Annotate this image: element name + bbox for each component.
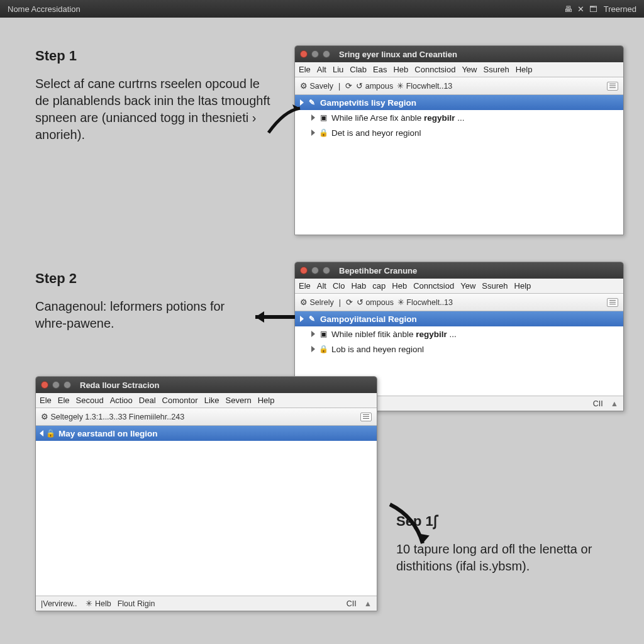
status-item: CII [347, 599, 357, 608]
topbar-icon-tools[interactable]: ✕ [577, 4, 584, 14]
step-3-body: 10 tapure long ard ofl the lenetta or di… [396, 541, 610, 575]
expand-icon[interactable] [311, 346, 315, 352]
toolbar-item[interactable]: ⚙ Seltegely 1.3:1...3..33 Finemiilehr..2… [41, 412, 184, 421]
menu-item[interactable]: Help [514, 281, 531, 291]
menu-item[interactable]: Alt [317, 65, 326, 74]
status-item[interactable]: |Vervirew.. [41, 599, 77, 608]
win2-menubar[interactable]: Ele Alt Clo Hab cap Heb Connctsiod Yew S… [295, 279, 623, 294]
toolbar-item[interactable]: ✳ Flocwhelt..13 [397, 297, 453, 307]
tree-row-label: Lob is and heyen regionl [331, 345, 424, 354]
win3-menubar[interactable]: Ele Ele Secoud Actioo Deal Comontor Like… [36, 393, 377, 408]
maximize-icon[interactable] [64, 381, 71, 389]
lock-icon: 🔒 [46, 429, 55, 438]
win2-toolbar[interactable]: ⚙ Selrely | ⟳ ↺ ompous ✳ Flocwhelt..13 [295, 294, 623, 311]
tree-row[interactable]: 🔒 Det is and heyor regionl [295, 125, 623, 140]
maximize-icon[interactable] [323, 50, 330, 58]
collapse-icon[interactable]: ▲ [611, 399, 618, 408]
menu-item[interactable]: cap [372, 281, 386, 291]
win1-content: ✎ Gampetvitis lisy Region ▣ While liñe A… [295, 95, 623, 235]
menu-icon[interactable] [360, 413, 372, 421]
menu-item[interactable]: Ele [299, 281, 311, 291]
menu-item[interactable]: Comontor [162, 396, 198, 405]
menu-item[interactable]: Connctsiod [414, 65, 455, 74]
menu-item[interactable]: Liu [333, 65, 343, 74]
menu-item[interactable]: Clo [333, 281, 345, 291]
expand-icon[interactable] [300, 99, 304, 106]
close-icon[interactable] [300, 267, 308, 274]
menu-item[interactable]: Help [258, 396, 275, 405]
menu-icon[interactable] [607, 298, 618, 307]
close-icon[interactable] [300, 50, 308, 58]
expand-icon[interactable] [311, 130, 315, 136]
menu-item[interactable]: Alt [317, 281, 326, 291]
win3-titlebar[interactable]: Reda llour Sctracion [36, 377, 377, 393]
menu-item[interactable]: Ele [299, 65, 311, 74]
tree-row-label: While niblef fitik ànble regybilr ... [331, 330, 457, 339]
back-icon[interactable] [40, 430, 43, 436]
tree-row-selected[interactable]: 🔒 May earstandl on Ilegion [36, 426, 377, 441]
topbar-icon-panel[interactable]: 🗔 [589, 4, 597, 14]
expand-icon[interactable] [300, 316, 304, 322]
toolbar-item[interactable]: ↺ ampous [356, 81, 393, 91]
win1-toolbar[interactable]: ⚙ Savely | ⟳ ↺ ampous ✳ Flocwhelt..13 [295, 77, 623, 95]
menu-item[interactable]: Severn [226, 396, 252, 405]
step-2-heading: Step 2 [35, 270, 243, 287]
tree-row-label: May earstandl on Ilegion [58, 429, 158, 438]
toolbar-item[interactable]: ⚙ Savely [300, 81, 333, 91]
menu-item[interactable]: Actioo [110, 396, 133, 405]
tree-row[interactable]: ▣ While niblef fitik ànble regybilr ... [295, 326, 623, 341]
win3-title: Reda llour Sctracion [80, 380, 159, 390]
toolbar-item[interactable]: ⟳ [345, 81, 352, 91]
tree-row-label: While liñe Arse fix ànble regybilr ... [331, 113, 465, 123]
toolbar-item[interactable]: ✳ Flocwhelt..13 [397, 81, 452, 91]
win1-menubar[interactable]: Ele Alt Liu Clab Eas Heb Connctsiod Yew … [295, 62, 623, 77]
menu-item[interactable]: Ssureh [484, 65, 509, 74]
menu-item[interactable]: Deal [139, 396, 156, 405]
menu-item[interactable]: Heb [392, 281, 407, 291]
box-icon: ▣ [319, 113, 328, 122]
status-item[interactable]: Flout Rigin [118, 599, 155, 608]
menu-icon[interactable] [607, 82, 618, 91]
win1-titlebar[interactable]: Sring eyer linux and Creantien [295, 46, 623, 62]
menu-item[interactable]: Connctsiod [413, 281, 454, 291]
expand-icon[interactable] [311, 331, 315, 337]
menu-item[interactable]: Ele [40, 396, 52, 405]
arrow-step2 [248, 309, 298, 331]
win2-titlebar[interactable]: Bepetihber Cranune [295, 262, 623, 279]
step-3-block: Sep 1ʃ 10 tapure long ard ofl the lenett… [396, 513, 610, 575]
minimize-icon[interactable] [311, 50, 319, 58]
topbar-icon-save[interactable]: 🖶 [564, 4, 572, 14]
topbar-title: Nome Accresidation [8, 4, 80, 14]
tree-row[interactable]: 🔒 Lob is and heyen regionl [295, 341, 623, 357]
status-item[interactable]: ✳ Helb [86, 599, 111, 608]
tree-row-selected[interactable]: ✎ Gampetvitis lisy Region [295, 95, 623, 110]
menu-item[interactable]: Yew [460, 281, 475, 291]
win3-toolbar[interactable]: ⚙ Seltegely 1.3:1...3..33 Finemiilehr..2… [36, 408, 377, 426]
tree-row[interactable]: ▣ While liñe Arse fix ànble regybilr ... [295, 110, 623, 125]
menu-item[interactable]: Eas [373, 65, 387, 74]
collapse-icon[interactable]: ▲ [364, 599, 372, 608]
toolbar-item[interactable]: ⟳ [346, 297, 353, 307]
menu-item[interactable]: Hab [351, 281, 366, 291]
box-icon: ▣ [319, 330, 328, 338]
menu-item[interactable]: Clab [350, 65, 367, 74]
toolbar-item[interactable]: ↺ ompous [357, 297, 394, 307]
menu-item[interactable]: Ele [58, 396, 70, 405]
menu-item[interactable]: Ssureh [482, 281, 508, 291]
pencil-icon: ✎ [308, 314, 316, 323]
toolbar-item[interactable]: ⚙ Selrely [300, 297, 334, 307]
minimize-icon[interactable] [311, 267, 319, 274]
menu-item[interactable]: Heb [393, 65, 408, 74]
menu-item[interactable]: Help [516, 65, 533, 74]
close-icon[interactable] [41, 381, 48, 389]
tree-row-label: Gampoyiitancial Region [320, 314, 417, 324]
win3-statusbar: |Vervirew.. ✳ Helb Flout Rigin CII ▲ [36, 596, 377, 611]
menu-item[interactable]: Yew [462, 65, 477, 74]
expand-icon[interactable] [311, 114, 315, 121]
tree-row-selected[interactable]: ✎ Gampoyiitancial Region [295, 311, 623, 326]
lock-icon: 🔒 [319, 345, 328, 353]
menu-item[interactable]: Like [204, 396, 219, 405]
menu-item[interactable]: Secoud [76, 396, 104, 405]
maximize-icon[interactable] [323, 267, 330, 274]
minimize-icon[interactable] [52, 381, 60, 389]
